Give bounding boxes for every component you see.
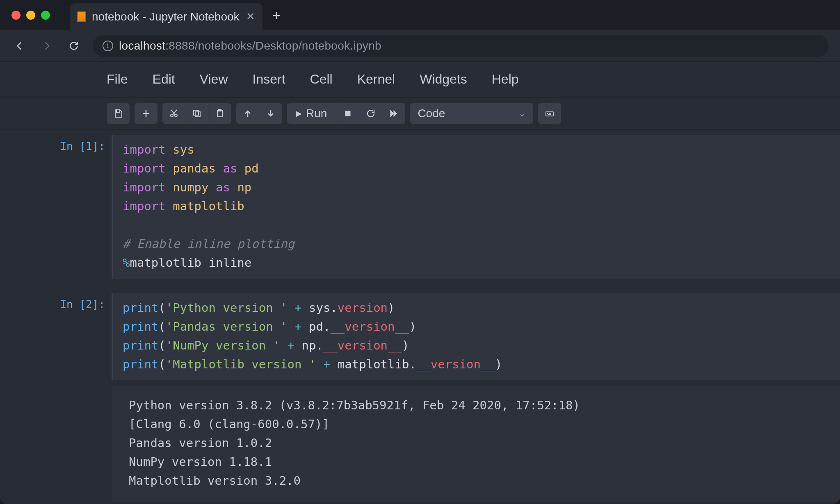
reload-button[interactable] bbox=[66, 38, 82, 54]
code-content[interactable]: print('Python version ' + sys.version) p… bbox=[123, 298, 830, 374]
menu-help[interactable]: Help bbox=[492, 72, 519, 87]
menu-insert[interactable]: Insert bbox=[252, 72, 285, 87]
run-label: Run bbox=[306, 107, 327, 120]
add-cell-button[interactable] bbox=[135, 103, 158, 124]
close-window-button[interactable] bbox=[11, 11, 21, 20]
browser-window: notebook - Jupyter Notebook ✕ ＋ i localh… bbox=[0, 0, 840, 504]
tab-title: notebook - Jupyter Notebook bbox=[92, 10, 240, 23]
svg-rect-7 bbox=[345, 111, 350, 116]
play-icon: ▶ bbox=[296, 109, 302, 118]
copy-button[interactable] bbox=[185, 103, 208, 124]
navbar: i localhost:8888/notebooks/Desktop/noteb… bbox=[0, 30, 840, 61]
window-controls bbox=[11, 11, 50, 20]
menubar: File Edit View Insert Cell Kernel Widget… bbox=[0, 61, 840, 98]
menu-kernel[interactable]: Kernel bbox=[357, 72, 395, 87]
cut-button[interactable] bbox=[162, 103, 185, 124]
new-tab-button[interactable]: ＋ bbox=[268, 7, 285, 23]
minimize-window-button[interactable] bbox=[26, 11, 35, 20]
command-palette-button[interactable] bbox=[538, 103, 561, 124]
restart-button[interactable] bbox=[359, 103, 382, 124]
save-button[interactable] bbox=[107, 103, 130, 124]
output-prompt bbox=[0, 386, 112, 502]
input-prompt: In [1]: bbox=[0, 135, 112, 279]
menu-file[interactable]: File bbox=[107, 72, 128, 87]
svg-rect-4 bbox=[194, 110, 199, 115]
toolbar: ▶Run Code ⌄ bbox=[0, 98, 840, 129]
back-button[interactable] bbox=[11, 38, 28, 54]
notebook-favicon-icon bbox=[77, 11, 86, 22]
cells-container: In [1]: import sys import pandas as pd i… bbox=[0, 129, 840, 502]
cell-type-select[interactable]: Code ⌄ bbox=[410, 103, 533, 124]
svg-rect-8 bbox=[546, 112, 553, 116]
url-path: :8888/notebooks/Desktop/notebook.ipynb bbox=[165, 39, 381, 52]
interrupt-button[interactable] bbox=[336, 103, 359, 124]
code-content[interactable]: import sys import pandas as pd import nu… bbox=[123, 140, 830, 272]
cell-body[interactable]: print('Python version ' + sys.version) p… bbox=[112, 293, 840, 380]
move-up-button[interactable] bbox=[236, 103, 259, 124]
paste-button[interactable] bbox=[208, 103, 231, 124]
site-info-icon[interactable]: i bbox=[103, 41, 113, 51]
menu-widgets[interactable]: Widgets bbox=[420, 72, 467, 87]
close-tab-icon[interactable]: ✕ bbox=[246, 10, 255, 23]
titlebar: notebook - Jupyter Notebook ✕ ＋ bbox=[0, 0, 840, 30]
cell-body[interactable]: import sys import pandas as pd import nu… bbox=[112, 135, 840, 279]
move-down-button[interactable] bbox=[259, 103, 282, 124]
notebook-area: File Edit View Insert Cell Kernel Widget… bbox=[0, 61, 840, 504]
restart-run-all-button[interactable] bbox=[382, 103, 405, 124]
forward-button[interactable] bbox=[39, 38, 55, 54]
menu-view[interactable]: View bbox=[200, 72, 228, 87]
input-prompt: In [2]: bbox=[0, 293, 112, 380]
code-cell[interactable]: In [2]: print('Python version ' + sys.ve… bbox=[0, 288, 840, 386]
maximize-window-button[interactable] bbox=[41, 11, 50, 20]
url-host: localhost bbox=[119, 39, 165, 52]
svg-rect-3 bbox=[195, 112, 200, 117]
output-cell: Python version 3.8.2 (v3.8.2:7b3ab5921f,… bbox=[0, 386, 840, 502]
cell-type-value: Code bbox=[418, 107, 445, 120]
browser-tab[interactable]: notebook - Jupyter Notebook ✕ bbox=[70, 3, 262, 30]
menu-cell[interactable]: Cell bbox=[310, 72, 333, 87]
url-text: localhost:8888/notebooks/Desktop/noteboo… bbox=[119, 39, 381, 52]
svg-rect-0 bbox=[116, 110, 120, 112]
code-cell[interactable]: In [1]: import sys import pandas as pd i… bbox=[0, 129, 840, 284]
chevron-down-icon: ⌄ bbox=[518, 108, 526, 119]
menu-edit[interactable]: Edit bbox=[153, 72, 175, 87]
cell-output: Python version 3.8.2 (v3.8.2:7b3ab5921f,… bbox=[112, 386, 840, 502]
url-bar[interactable]: i localhost:8888/notebooks/Desktop/noteb… bbox=[93, 35, 829, 57]
run-button[interactable]: ▶Run bbox=[287, 103, 336, 124]
